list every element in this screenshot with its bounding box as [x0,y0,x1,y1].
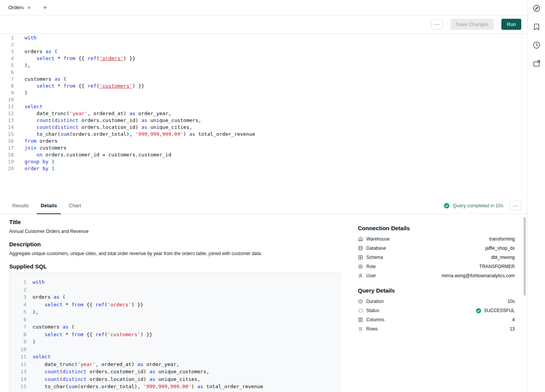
results-panel: Results Details Chart Query completed in… [0,197,527,392]
copilot-compass-icon[interactable] [532,4,541,13]
tab-orders-label: Orders [8,5,24,10]
line-number: 8 [14,331,26,338]
status-spinner-icon [358,308,363,313]
run-button[interactable]: Run [501,19,521,30]
bookmark-icon[interactable] [532,23,541,31]
code-line: 9) [14,338,335,346]
description-heading: Description [9,241,340,247]
code-token: as [54,294,60,300]
row-label: User [366,273,376,278]
code-line: 19group by 1 [0,158,527,165]
code-token [24,124,36,130]
details-scrollbar[interactable] [524,217,526,296]
app-root: Orders × + ⋯ Save Changes Run 1with23ord… [0,0,545,392]
code-token: customers [33,324,62,330]
code-token: join [24,145,36,151]
code-line: 17join customers [0,145,527,151]
code-token: distinct [54,117,78,123]
row-label: Rows [366,326,378,332]
row-value: mirna.wong@fishtownanalytics.com [442,273,515,278]
sql-editor[interactable]: 1with23orders as (4 select * from {{ ref… [0,34,527,197]
code-line: 7customers as ( [0,76,527,83]
ref-link[interactable]: 'orders' [100,55,124,61]
success-check-icon [444,203,450,209]
code-line: 20order by 1 [0,165,527,172]
row-value: 10s [507,299,515,304]
code-token: orders.customer_id = customers.customer_… [42,152,171,158]
code-line: 16from orders [0,138,527,145]
new-tab-button[interactable]: + [41,3,49,12]
line-number: 3 [14,293,26,301]
line-number: 1 [14,278,26,286]
code-token: group by [24,159,49,164]
code-token: to_char( [24,131,60,137]
code-token: from [24,138,36,144]
code-token: orders [24,49,46,54]
code-token: ) }} [132,83,144,89]
line-number: 6 [14,316,26,324]
code-line: 2 [0,41,527,48]
code-token: orders.location_id) [78,124,141,130]
close-tab-icon[interactable]: × [28,5,31,10]
code-token: * [62,332,71,337]
code-token: from [72,332,83,337]
more-options-button[interactable]: ⋯ [431,20,443,29]
code-token: count [44,376,59,382]
code-token: orders [36,138,57,144]
results-tab-bar: Results Details Chart Query completed in… [0,197,527,214]
line-number: 1 [0,34,14,41]
code-token: as [149,369,155,374]
row-value: transforming [489,236,515,242]
code-token: date_trunc( [33,361,77,367]
code-token: distinct [54,124,78,130]
line-number: 2 [0,41,14,48]
line-number: 16 [14,390,26,392]
code-token: * [62,302,71,307]
code-token: unique_cities, [155,376,200,382]
ref-link[interactable]: 'customers' [100,83,132,89]
code-token: on [36,152,42,158]
tab-results[interactable]: Results [8,197,33,214]
results-more-button[interactable]: ⋯ [509,201,521,210]
save-changes-button[interactable]: Save Changes [450,19,494,30]
code-line: 3orders as ( [14,293,335,301]
code-token: 1 [51,159,54,164]
tab-orders[interactable]: Orders × [4,0,35,15]
code-token: (orders.order_total), [69,131,135,137]
line-number: 12 [0,110,14,117]
code-token: unique_cities, [147,124,192,130]
row-value: 13 [510,326,515,332]
code-token: from [72,302,83,307]
line-number: 4 [0,55,14,62]
editor-tab-bar: Orders × + [0,0,527,15]
code-line: 2 [14,286,335,294]
code-line: 5), [14,308,335,316]
open-panel-icon[interactable] [532,59,541,68]
tab-chart[interactable]: Chart [65,197,85,214]
row-value: dbt_mwong [491,255,515,260]
code-token: {{ [83,302,95,307]
tab-details[interactable]: Details [37,197,61,214]
code-token: {{ [75,83,87,89]
row-label: Schema [366,255,383,260]
details-pane: Title Annual Customer Orders and Revenue… [0,214,349,392]
code-token: as [141,117,147,123]
code-token [33,302,44,307]
code-line: 3orders as ( [0,48,527,55]
database-icon [358,246,363,251]
editor-toolbar: ⋯ Save Changes Run [0,15,527,34]
code-line: 6 [0,69,527,76]
code-token: date_trunc( [24,111,69,116]
editor-code: 1with23orders as (4 select * from {{ ref… [0,34,527,172]
connection-row-warehouse: Warehouse transforming [358,234,515,244]
history-icon[interactable] [532,41,541,49]
code-token: ) [33,339,36,345]
code-token: , ordered_at) [87,111,129,116]
code-token: select [33,354,51,359]
line-number: 16 [0,138,14,145]
query-details-heading: Query Details [358,287,515,294]
code-token: distinct [62,376,86,382]
code-line: 7customers as ( [14,323,335,331]
connection-row-user: User mirna.wong@fishtownanalytics.com [358,271,515,280]
code-token: ) [24,90,28,96]
